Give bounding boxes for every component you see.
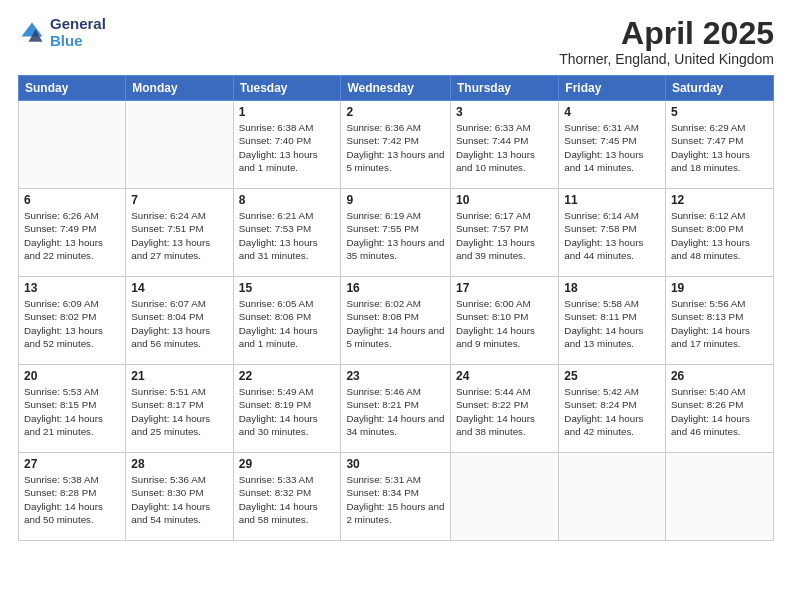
day-number: 12 xyxy=(671,193,768,207)
day-number: 8 xyxy=(239,193,336,207)
calendar-cell: 23Sunrise: 5:46 AMSunset: 8:21 PMDayligh… xyxy=(341,365,451,453)
day-info: Sunrise: 6:00 AMSunset: 8:10 PMDaylight:… xyxy=(456,297,553,350)
day-info: Sunrise: 6:17 AMSunset: 7:57 PMDaylight:… xyxy=(456,209,553,262)
calendar-cell: 12Sunrise: 6:12 AMSunset: 8:00 PMDayligh… xyxy=(665,189,773,277)
calendar-cell: 3Sunrise: 6:33 AMSunset: 7:44 PMDaylight… xyxy=(451,101,559,189)
title-month: April 2025 xyxy=(559,16,774,51)
day-number: 24 xyxy=(456,369,553,383)
day-number: 7 xyxy=(131,193,227,207)
calendar-cell: 9Sunrise: 6:19 AMSunset: 7:55 PMDaylight… xyxy=(341,189,451,277)
day-number: 14 xyxy=(131,281,227,295)
calendar-header-row: Sunday Monday Tuesday Wednesday Thursday… xyxy=(19,76,774,101)
calendar-cell: 6Sunrise: 6:26 AMSunset: 7:49 PMDaylight… xyxy=(19,189,126,277)
day-info: Sunrise: 5:58 AMSunset: 8:11 PMDaylight:… xyxy=(564,297,660,350)
col-sunday: Sunday xyxy=(19,76,126,101)
title-location: Thorner, England, United Kingdom xyxy=(559,51,774,67)
day-info: Sunrise: 5:49 AMSunset: 8:19 PMDaylight:… xyxy=(239,385,336,438)
calendar-cell: 2Sunrise: 6:36 AMSunset: 7:42 PMDaylight… xyxy=(341,101,451,189)
col-tuesday: Tuesday xyxy=(233,76,341,101)
calendar-cell xyxy=(19,101,126,189)
calendar-cell: 7Sunrise: 6:24 AMSunset: 7:51 PMDaylight… xyxy=(126,189,233,277)
day-info: Sunrise: 5:53 AMSunset: 8:15 PMDaylight:… xyxy=(24,385,120,438)
day-info: Sunrise: 6:14 AMSunset: 7:58 PMDaylight:… xyxy=(564,209,660,262)
day-number: 19 xyxy=(671,281,768,295)
calendar-table: Sunday Monday Tuesday Wednesday Thursday… xyxy=(18,75,774,541)
day-info: Sunrise: 6:07 AMSunset: 8:04 PMDaylight:… xyxy=(131,297,227,350)
calendar-week-4: 20Sunrise: 5:53 AMSunset: 8:15 PMDayligh… xyxy=(19,365,774,453)
calendar-cell: 21Sunrise: 5:51 AMSunset: 8:17 PMDayligh… xyxy=(126,365,233,453)
calendar-cell: 13Sunrise: 6:09 AMSunset: 8:02 PMDayligh… xyxy=(19,277,126,365)
col-wednesday: Wednesday xyxy=(341,76,451,101)
calendar-week-5: 27Sunrise: 5:38 AMSunset: 8:28 PMDayligh… xyxy=(19,453,774,541)
col-thursday: Thursday xyxy=(451,76,559,101)
calendar-cell xyxy=(665,453,773,541)
day-info: Sunrise: 5:51 AMSunset: 8:17 PMDaylight:… xyxy=(131,385,227,438)
calendar-cell: 20Sunrise: 5:53 AMSunset: 8:15 PMDayligh… xyxy=(19,365,126,453)
day-number: 22 xyxy=(239,369,336,383)
day-info: Sunrise: 6:05 AMSunset: 8:06 PMDaylight:… xyxy=(239,297,336,350)
day-number: 30 xyxy=(346,457,445,471)
logo-icon xyxy=(18,19,46,47)
calendar-cell: 15Sunrise: 6:05 AMSunset: 8:06 PMDayligh… xyxy=(233,277,341,365)
day-info: Sunrise: 6:38 AMSunset: 7:40 PMDaylight:… xyxy=(239,121,336,174)
day-number: 29 xyxy=(239,457,336,471)
day-number: 25 xyxy=(564,369,660,383)
day-info: Sunrise: 5:38 AMSunset: 8:28 PMDaylight:… xyxy=(24,473,120,526)
col-monday: Monday xyxy=(126,76,233,101)
calendar-week-3: 13Sunrise: 6:09 AMSunset: 8:02 PMDayligh… xyxy=(19,277,774,365)
calendar-cell: 30Sunrise: 5:31 AMSunset: 8:34 PMDayligh… xyxy=(341,453,451,541)
calendar-cell: 14Sunrise: 6:07 AMSunset: 8:04 PMDayligh… xyxy=(126,277,233,365)
col-friday: Friday xyxy=(559,76,666,101)
calendar-cell: 8Sunrise: 6:21 AMSunset: 7:53 PMDaylight… xyxy=(233,189,341,277)
day-number: 6 xyxy=(24,193,120,207)
calendar-cell xyxy=(451,453,559,541)
day-number: 13 xyxy=(24,281,120,295)
day-number: 18 xyxy=(564,281,660,295)
calendar-cell: 22Sunrise: 5:49 AMSunset: 8:19 PMDayligh… xyxy=(233,365,341,453)
day-info: Sunrise: 5:56 AMSunset: 8:13 PMDaylight:… xyxy=(671,297,768,350)
logo: General Blue xyxy=(18,16,106,49)
calendar-cell: 11Sunrise: 6:14 AMSunset: 7:58 PMDayligh… xyxy=(559,189,666,277)
day-info: Sunrise: 6:33 AMSunset: 7:44 PMDaylight:… xyxy=(456,121,553,174)
page: General Blue April 2025 Thorner, England… xyxy=(0,0,792,612)
day-number: 27 xyxy=(24,457,120,471)
day-info: Sunrise: 6:09 AMSunset: 8:02 PMDaylight:… xyxy=(24,297,120,350)
day-info: Sunrise: 6:31 AMSunset: 7:45 PMDaylight:… xyxy=(564,121,660,174)
day-info: Sunrise: 6:26 AMSunset: 7:49 PMDaylight:… xyxy=(24,209,120,262)
calendar-cell: 1Sunrise: 6:38 AMSunset: 7:40 PMDaylight… xyxy=(233,101,341,189)
day-info: Sunrise: 6:12 AMSunset: 8:00 PMDaylight:… xyxy=(671,209,768,262)
calendar-cell: 17Sunrise: 6:00 AMSunset: 8:10 PMDayligh… xyxy=(451,277,559,365)
calendar-cell xyxy=(126,101,233,189)
title-block: April 2025 Thorner, England, United King… xyxy=(559,16,774,67)
day-info: Sunrise: 5:44 AMSunset: 8:22 PMDaylight:… xyxy=(456,385,553,438)
day-info: Sunrise: 6:36 AMSunset: 7:42 PMDaylight:… xyxy=(346,121,445,174)
day-number: 26 xyxy=(671,369,768,383)
calendar-cell: 28Sunrise: 5:36 AMSunset: 8:30 PMDayligh… xyxy=(126,453,233,541)
calendar-cell: 26Sunrise: 5:40 AMSunset: 8:26 PMDayligh… xyxy=(665,365,773,453)
day-info: Sunrise: 5:46 AMSunset: 8:21 PMDaylight:… xyxy=(346,385,445,438)
day-number: 9 xyxy=(346,193,445,207)
day-info: Sunrise: 5:31 AMSunset: 8:34 PMDaylight:… xyxy=(346,473,445,526)
day-number: 11 xyxy=(564,193,660,207)
calendar-cell: 4Sunrise: 6:31 AMSunset: 7:45 PMDaylight… xyxy=(559,101,666,189)
day-number: 10 xyxy=(456,193,553,207)
calendar-cell: 19Sunrise: 5:56 AMSunset: 8:13 PMDayligh… xyxy=(665,277,773,365)
logo-text: General Blue xyxy=(50,16,106,49)
calendar-cell: 24Sunrise: 5:44 AMSunset: 8:22 PMDayligh… xyxy=(451,365,559,453)
calendar-cell: 16Sunrise: 6:02 AMSunset: 8:08 PMDayligh… xyxy=(341,277,451,365)
day-info: Sunrise: 6:02 AMSunset: 8:08 PMDaylight:… xyxy=(346,297,445,350)
day-info: Sunrise: 6:24 AMSunset: 7:51 PMDaylight:… xyxy=(131,209,227,262)
logo-general-text: General xyxy=(50,16,106,33)
header: General Blue April 2025 Thorner, England… xyxy=(18,16,774,67)
logo-blue-text: Blue xyxy=(50,33,106,50)
day-info: Sunrise: 6:21 AMSunset: 7:53 PMDaylight:… xyxy=(239,209,336,262)
calendar-cell: 18Sunrise: 5:58 AMSunset: 8:11 PMDayligh… xyxy=(559,277,666,365)
day-info: Sunrise: 6:29 AMSunset: 7:47 PMDaylight:… xyxy=(671,121,768,174)
calendar-cell: 25Sunrise: 5:42 AMSunset: 8:24 PMDayligh… xyxy=(559,365,666,453)
day-info: Sunrise: 5:42 AMSunset: 8:24 PMDaylight:… xyxy=(564,385,660,438)
calendar-cell: 5Sunrise: 6:29 AMSunset: 7:47 PMDaylight… xyxy=(665,101,773,189)
day-info: Sunrise: 5:40 AMSunset: 8:26 PMDaylight:… xyxy=(671,385,768,438)
calendar-week-1: 1Sunrise: 6:38 AMSunset: 7:40 PMDaylight… xyxy=(19,101,774,189)
calendar-week-2: 6Sunrise: 6:26 AMSunset: 7:49 PMDaylight… xyxy=(19,189,774,277)
day-number: 28 xyxy=(131,457,227,471)
